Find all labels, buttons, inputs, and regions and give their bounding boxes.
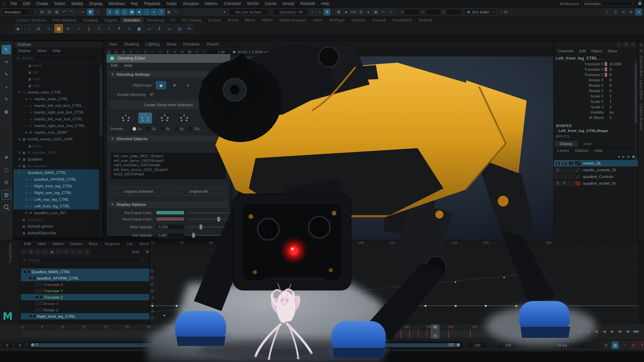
playback-button[interactable]: ▶▶| (633, 327, 640, 335)
channelbox-toolbar-icon[interactable]: ▾ (630, 42, 636, 47)
channel-value[interactable]: 0 (608, 83, 611, 87)
playback-button[interactable]: |◀ (584, 327, 592, 335)
playback-button[interactable]: |◀◀ (576, 327, 584, 335)
channel-solo-icon[interactable] (33, 315, 36, 318)
panel-icon[interactable]: ≣ (324, 9, 330, 15)
playback-end-field[interactable]: 120 (467, 342, 488, 349)
outliner-item[interactable]: ⊟ ∿ mantis_main_CTRL (13, 89, 99, 96)
outliner-item[interactable]: ⊞ ▦ Quadbot (13, 156, 99, 163)
channel-row[interactable]: Translate Y 0 (554, 67, 638, 72)
playback-option-icon[interactable]: ⊘ (630, 342, 637, 349)
preset-radio[interactable]: 5s (170, 127, 184, 131)
shelf-tab[interactable]: Rigging (101, 17, 120, 23)
unghost-all-button[interactable]: Unghost All (170, 187, 226, 196)
channel-value[interactable]: on (608, 110, 614, 114)
layer-visibility-toggle[interactable]: V (555, 161, 560, 166)
render-icon[interactable]: ■ (343, 9, 350, 15)
preset-radio[interactable]: 1s (128, 127, 142, 131)
channel-row[interactable]: Visibility on (554, 110, 638, 115)
shelf-button[interactable]: ∥ (85, 24, 93, 33)
graph-menu-item[interactable]: Edit (21, 241, 34, 247)
snap-icon[interactable]: ↖ (173, 9, 179, 15)
expand-icon[interactable]: ⊞ (25, 178, 29, 181)
expand-icon[interactable]: ⊞ (25, 97, 29, 101)
layer-color-swatch[interactable] (575, 168, 581, 172)
expand-icon[interactable]: ⊞ (25, 184, 29, 188)
range-slider-bar[interactable] (31, 343, 460, 347)
animation-end-field[interactable]: 120 (498, 342, 519, 349)
shelf-tab[interactable]: Custom (205, 17, 224, 23)
range-slider[interactable]: 0 120 (29, 342, 462, 349)
graph-tool-icon[interactable]: ◇ (42, 249, 48, 255)
ghost-preset-button[interactable] (158, 113, 171, 123)
layer-visibility-toggle[interactable]: V (555, 181, 560, 186)
channel-value[interactable]: 1 (608, 94, 611, 98)
channel-solo-icon[interactable] (40, 283, 43, 286)
snap-icon[interactable]: ? (158, 9, 165, 15)
status-icon[interactable]: ↶ (61, 9, 67, 15)
graph-tool-icon[interactable]: ↖ (56, 249, 62, 255)
outliner-menu-item[interactable]: Display (15, 48, 34, 54)
shelf-tab[interactable]: Poly Modeling (49, 17, 79, 23)
render-icon[interactable]: ▦ (335, 9, 342, 15)
channel-row[interactable]: Translate Z 0 (554, 72, 638, 77)
channel-solo-icon[interactable] (40, 308, 43, 311)
outliner-item[interactable]: • ∿ mantis_left_mid_foot_CTRL (13, 102, 99, 109)
menu-item[interactable]: Redshift (297, 1, 318, 6)
channel-toggle-icon[interactable] (29, 277, 32, 280)
layout-button[interactable]: ❖ (2, 153, 11, 162)
menu-set-select[interactable]: Animation▾ (2, 9, 34, 15)
playback-start-field[interactable]: 0 (14, 342, 25, 349)
layer-menu-item[interactable]: Options (572, 148, 592, 153)
layer-name[interactable]: quadbot_Controls (582, 175, 613, 179)
expand-icon[interactable]: • (25, 124, 29, 127)
layer-menu-item[interactable]: Help (591, 148, 605, 153)
far-opacity-slider[interactable] (187, 235, 230, 236)
sidebar-toggle-icon[interactable]: ≡ (635, 9, 642, 15)
ghosting-editor-titlebar[interactable]: M Ghosting Editor –▫× (106, 54, 230, 63)
shelf-tab[interactable]: FX (167, 17, 179, 23)
shelf-button[interactable]: ◎ (175, 24, 184, 33)
layer-color-swatch[interactable] (575, 161, 581, 166)
outliner-item[interactable]: • ∿ mantis_right_mid_foot_CTRL (13, 109, 99, 116)
layer-action-icon[interactable]: ▸ (623, 154, 625, 159)
channel-row[interactable]: IK Blend 1 (554, 115, 638, 120)
channelbox-menu-item[interactable]: Channels (555, 48, 576, 55)
graph-tree-item[interactable]: Translate X (21, 281, 149, 288)
outliner-menu-item[interactable]: Help (50, 48, 64, 54)
playback-button[interactable]: |◀ (592, 327, 600, 335)
shelf-button[interactable]: ↥ (95, 24, 103, 33)
time-slider[interactable]: 0510152025303540455055606570758085909510… (0, 324, 644, 339)
sidebar-icon[interactable]: ▤ (638, 49, 644, 52)
snap-icon[interactable]: # (106, 9, 113, 15)
channel-value[interactable]: 0 (608, 89, 611, 93)
outliner-item[interactable]: • ∿ mantis_left_rear_foot_CTRL (13, 116, 99, 122)
playback-option-icon[interactable]: ♪ (621, 342, 628, 349)
shelf-button[interactable]: ⊪ (64, 24, 73, 33)
status-icon[interactable]: ↷ (68, 9, 75, 15)
shelf-button[interactable]: + (74, 24, 83, 33)
outliner-item[interactable]: ⊞ ▦ ik_handles_GRP (13, 149, 99, 156)
expand-icon[interactable]: ⊞ (25, 131, 29, 134)
shelf-tab[interactable]: Rendering (144, 17, 167, 23)
graph-tool-icon[interactable]: ≋ (77, 249, 83, 255)
shelf-button[interactable]: ▣ (135, 24, 144, 33)
shelf-tab[interactable]: Sculpting (79, 17, 101, 23)
expand-icon[interactable]: ⊟ (18, 90, 22, 94)
expand-icon[interactable]: ⊞ (25, 204, 29, 208)
outliner-item[interactable]: ◪ top (13, 69, 99, 75)
graph-menu-item[interactable]: View (34, 241, 49, 247)
channelbox-menu-item[interactable]: Object (589, 48, 604, 55)
maya-home-icon[interactable]: ⌂ (3, 1, 5, 6)
history-icon[interactable]: ◌ (207, 9, 213, 15)
ghosted-object-item[interactable]: left_max_palp_GEO_Shape1 (114, 154, 223, 159)
graph-tool-icon[interactable]: ⊞ (28, 249, 34, 255)
layer-display-toggle[interactable] (568, 174, 574, 179)
workspace-select[interactable]: Animation▾ (582, 1, 636, 6)
tool-icon[interactable]: ✎ (2, 70, 11, 79)
outliner-item[interactable]: ⊞ ▦ orchid_mantis_GEO_GRP (13, 136, 99, 142)
tool-icon[interactable]: ↖ (2, 45, 11, 54)
channel-solo-icon[interactable] (40, 302, 43, 305)
expand-icon[interactable]: ⊞ (25, 211, 29, 215)
layer-row[interactable]: V mantis_controls_DL (554, 167, 638, 173)
